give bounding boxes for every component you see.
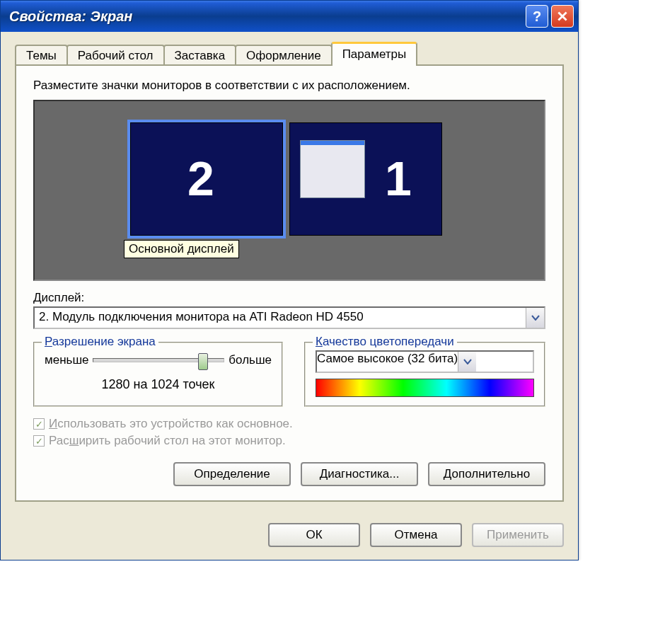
display-properties-window: Свойства: Экран ? Темы Рабочий стол Заст… xyxy=(0,0,579,560)
advanced-button[interactable]: Дополнительно xyxy=(428,462,545,486)
window-title: Свойства: Экран xyxy=(9,8,523,25)
display-select-value: 2. Модуль подключения монитора на ATI Ra… xyxy=(35,308,526,328)
client-area: Темы Рабочий стол Заставка Оформление Па… xyxy=(1,32,578,513)
resolution-group: Разрешение экрана меньше больше 1280 на … xyxy=(33,342,283,407)
tab-appearance[interactable]: Оформление xyxy=(235,45,332,66)
checkbox-extend: ✓ Расширить рабочий стол на этот монитор… xyxy=(33,434,545,448)
slider-less-label: меньше xyxy=(45,353,88,367)
dropdown-icon[interactable] xyxy=(458,352,476,372)
settings-panel: Разместите значки мониторов в соответств… xyxy=(15,64,564,502)
ok-button[interactable]: ОК xyxy=(268,523,360,547)
checkbox-primary-label: Использовать это устройство как основное… xyxy=(49,417,293,431)
checkbox-icon: ✓ xyxy=(33,418,45,430)
monitor-2-number: 2 xyxy=(187,154,214,202)
monitor-arrange-area[interactable]: 2 1 Основной дисплей xyxy=(33,100,545,281)
monitor-2[interactable]: 2 xyxy=(130,122,283,236)
checkbox-extend-label: Расширить рабочий стол на этот монитор. xyxy=(49,434,286,448)
checkbox-area: ✓ Использовать это устройство как основн… xyxy=(33,417,545,448)
panel-buttons: Определение Диагностика... Дополнительно xyxy=(33,462,545,486)
help-button[interactable]: ? xyxy=(526,5,548,28)
color-legend: Качество цветопередачи xyxy=(313,335,457,349)
titlebar[interactable]: Свойства: Экран ? xyxy=(1,1,578,32)
apply-button: Применить xyxy=(472,523,564,547)
identify-button[interactable]: Определение xyxy=(173,462,291,486)
settings-groups: Разрешение экрана меньше больше 1280 на … xyxy=(33,342,545,407)
monitor-1-thumb-icon xyxy=(300,140,365,198)
instruction-text: Разместите значки мониторов в соответств… xyxy=(33,79,545,93)
slider-thumb[interactable] xyxy=(198,353,208,370)
resolution-slider[interactable] xyxy=(93,358,224,362)
checkbox-icon: ✓ xyxy=(33,435,45,447)
tab-settings[interactable]: Параметры xyxy=(331,42,418,66)
slider-more-label: больше xyxy=(229,353,272,367)
checkbox-primary: ✓ Использовать это устройство как основн… xyxy=(33,417,545,431)
dialog-buttons: ОК Отмена Применить xyxy=(1,513,578,560)
tab-desktop[interactable]: Рабочий стол xyxy=(66,45,165,66)
resolution-slider-row: меньше больше xyxy=(45,353,272,367)
monitor-1[interactable]: 1 xyxy=(289,122,442,236)
tab-themes[interactable]: Темы xyxy=(15,45,68,66)
color-spectrum-icon xyxy=(316,379,534,397)
resolution-legend: Разрешение экрана xyxy=(42,335,158,349)
dropdown-icon[interactable] xyxy=(526,308,544,328)
display-label: Дисплей: xyxy=(33,291,545,305)
resolution-value: 1280 на 1024 точек xyxy=(45,377,272,392)
monitor-1-number: 1 xyxy=(385,154,412,202)
cancel-button[interactable]: Отмена xyxy=(370,523,462,547)
monitor-tooltip: Основной дисплей xyxy=(124,240,239,258)
color-quality-group: Качество цветопередачи Самое высокое (32… xyxy=(304,342,545,407)
tab-screensaver[interactable]: Заставка xyxy=(163,45,237,66)
close-button[interactable] xyxy=(551,5,574,28)
troubleshoot-button[interactable]: Диагностика... xyxy=(301,462,418,486)
display-select[interactable]: 2. Модуль подключения монитора на ATI Ra… xyxy=(33,306,545,329)
color-select[interactable]: Самое высокое (32 бита) xyxy=(316,350,534,373)
tab-strip: Темы Рабочий стол Заставка Оформление Па… xyxy=(15,42,564,66)
color-select-value: Самое высокое (32 бита) xyxy=(317,352,458,372)
